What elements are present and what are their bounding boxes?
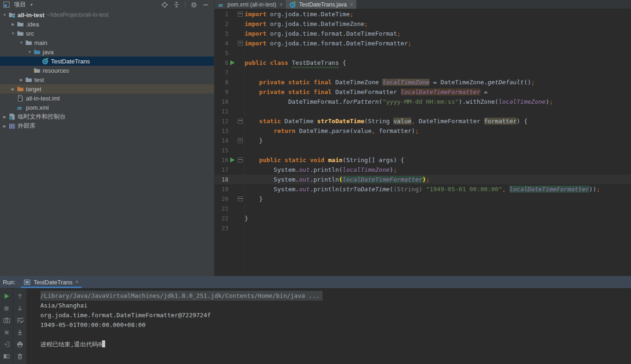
code-line-9[interactable]: 9 private static final DateTimeFormatter… [215, 87, 631, 97]
code-line-15[interactable]: 15 [215, 145, 631, 155]
tree-item-src[interactable]: ▼src [0, 29, 214, 38]
line-number: 4 [215, 40, 228, 47]
code-line-21[interactable]: 21 [215, 204, 631, 213]
code-line-13[interactable]: 13 return DateTime.parse(value, formatte… [215, 126, 631, 136]
tree-item-all-in-test[interactable]: ▼all-in-test~/IdeaProjects/all-in-test [0, 10, 214, 19]
code-line-14[interactable]: 14 } [215, 136, 631, 145]
run-line-icon[interactable] [228, 60, 236, 66]
close-icon[interactable]: × [76, 279, 79, 285]
attach-bug-button[interactable] [0, 326, 13, 338]
gear-icon[interactable] [189, 0, 198, 9]
soft-wrap-button[interactable] [13, 314, 26, 326]
chevron-collapsed-icon[interactable]: ▶ [1, 124, 8, 128]
editor-area: mpom.xml (all-in-test)×CTestDateTrans.ja… [215, 0, 631, 276]
run-tool-window: Run: TestDateTrans × /Library/Java/JavaV… [0, 276, 631, 364]
tab-pom-xml-all-in-test[interactable]: mpom.xml (all-in-test)× [215, 0, 286, 9]
code-line-11[interactable]: 11 [215, 107, 631, 116]
console-output[interactable]: /Library/Java/JavaVirtualMachines/jdk1.8… [27, 289, 631, 364]
code-line-5[interactable]: 5 [215, 48, 631, 58]
restore-layout-button[interactable] [0, 350, 13, 362]
up-icon [17, 293, 23, 299]
editor-tab-bar: mpom.xml (all-in-test)×CTestDateTrans.ja… [215, 0, 631, 9]
code-line-10[interactable]: 10 DateTimeFormat.forPattern("yyyy-MM-dd… [215, 97, 631, 107]
code-line-23[interactable]: 23 [215, 223, 631, 233]
rerun-play-button[interactable] [0, 290, 13, 302]
run-toolbar-main [0, 289, 13, 364]
tree-item-target[interactable]: ▶target [0, 84, 214, 94]
console-command-line: /Library/Java/JavaVirtualMachines/jdk1.8… [40, 291, 322, 301]
code-line-19[interactable]: 19 System.out.println(strToDateTime((Str… [215, 184, 631, 194]
svg-text:m: m [219, 1, 223, 8]
fold-marker[interactable] [236, 41, 244, 46]
fold-marker[interactable] [236, 157, 244, 163]
collapse-all-icon[interactable] [172, 0, 181, 9]
code-line-6[interactable]: 6public class TestDateTrans { [215, 58, 631, 68]
tree-item-label: 临时文件和控制台 [18, 113, 68, 121]
chevron-expanded-icon[interactable]: ▼ [1, 13, 8, 17]
tree-item-resources[interactable]: resources [0, 66, 214, 75]
tree-item-label: main [34, 39, 49, 46]
jump-to-source-button[interactable] [0, 338, 13, 350]
folder-icon [16, 20, 24, 28]
tree-item-idea[interactable]: ▶.idea [0, 19, 214, 29]
tab-testdatetrans-java[interactable]: CTestDateTrans.java× [286, 0, 356, 9]
close-icon[interactable]: × [279, 1, 283, 8]
code-line-22[interactable]: 22} [215, 213, 631, 223]
fold-marker[interactable] [236, 138, 244, 143]
code-text: } [245, 195, 263, 202]
code-text: return DateTime.parse(value, formatter); [245, 127, 419, 134]
chevron-collapsed-icon[interactable]: ▶ [18, 78, 25, 82]
tree-item-临时文件和控制台[interactable]: ▶临时文件和控制台 [0, 112, 214, 121]
tree-item-main[interactable]: ▼main [0, 38, 214, 47]
code-line-7[interactable]: 7 [215, 68, 631, 77]
chevron-collapsed-icon[interactable]: ▶ [10, 22, 16, 26]
chevron-collapsed-icon[interactable]: ▶ [10, 87, 16, 91]
scroll-down-button[interactable] [13, 302, 26, 314]
scroll-up-button[interactable] [13, 290, 26, 302]
run-line-icon[interactable] [228, 157, 236, 163]
code-line-8[interactable]: 8 private static final DateTimeZone loca… [215, 77, 631, 87]
code-line-4[interactable]: 4import org.joda.time.format.DateTimeFor… [215, 38, 631, 48]
code-line-2[interactable]: 2import org.joda.time.DateTimeZone; [215, 19, 631, 29]
close-icon[interactable]: × [350, 1, 353, 8]
fold-marker[interactable] [236, 12, 244, 17]
line-number: 15 [215, 147, 228, 154]
tree-item-testdatetrans[interactable]: CTestDateTrans [0, 56, 214, 66]
code-text: System.out.println(strToDateTime((String… [245, 186, 600, 193]
chevron-expanded-icon[interactable]: ▼ [10, 31, 16, 36]
scroll-to-end-button[interactable] [13, 326, 26, 338]
project-panel: 项目 ▼ ▼all-in-test~/IdeaProjects/all-in-t… [0, 0, 215, 276]
hide-panel-icon[interactable] [201, 0, 210, 9]
code-line-16[interactable]: 16 public static void main(String[] args… [215, 155, 631, 165]
run-body: /Library/Java/JavaVirtualMachines/jdk1.8… [0, 289, 631, 364]
code-editor[interactable]: 1import org.joda.time.DateTime;2import o… [215, 9, 631, 276]
tree-item-pom-xml[interactable]: mpom.xml [0, 103, 214, 112]
chevron-expanded-icon[interactable]: ▼ [26, 50, 33, 54]
code-line-17[interactable]: 17 System.out.println(localTimeZone); [215, 165, 631, 175]
tree-item-label: java [43, 49, 56, 56]
run-tab-testdatetrans[interactable]: TestDateTrans × [21, 276, 81, 288]
chevron-down-icon[interactable]: ▼ [30, 3, 33, 7]
code-text: import org.joda.time.format.DateTimeForm… [245, 40, 411, 47]
thread-dump-camera-button[interactable] [0, 314, 13, 326]
code-text: } [245, 137, 263, 144]
code-line-1[interactable]: 1import org.joda.time.DateTime; [215, 9, 631, 19]
code-line-18[interactable]: 18 System.out.println(localDateTimeForma… [215, 175, 631, 184]
tree-item-java[interactable]: ▼java [0, 47, 214, 56]
tree-item-外部库[interactable]: ▶外部库 [0, 121, 214, 131]
locate-icon[interactable] [160, 0, 169, 9]
line-number: 17 [215, 166, 228, 173]
tree-item-all-in-test-iml[interactable]: all-in-test.iml [0, 94, 214, 103]
tree-item-test[interactable]: ▶test [0, 75, 214, 84]
line-number: 21 [215, 205, 228, 212]
print-button[interactable] [13, 338, 26, 350]
chevron-collapsed-icon[interactable]: ▶ [1, 115, 8, 119]
code-line-12[interactable]: 12 static DateTime strToDateTime(String … [215, 116, 631, 126]
code-line-20[interactable]: 20 } [215, 194, 631, 204]
fold-marker[interactable] [236, 119, 244, 124]
chevron-expanded-icon[interactable]: ▼ [18, 41, 25, 45]
code-line-3[interactable]: 3import org.joda.time.format.DateTimeFor… [215, 29, 631, 38]
fold-marker[interactable] [236, 196, 244, 201]
stop-button[interactable] [0, 302, 13, 314]
clear-all-button[interactable] [13, 350, 26, 362]
